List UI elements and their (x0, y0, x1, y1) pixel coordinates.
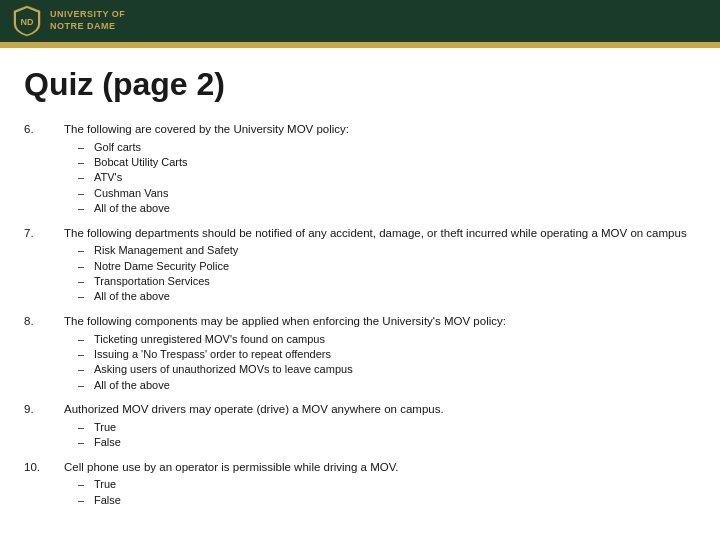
q7-number: 7. (24, 225, 64, 305)
q10-text: Cell phone use by an operator is permiss… (64, 459, 696, 476)
list-item: –Asking users of unauthorized MOVs to le… (78, 362, 696, 377)
q7-options: –Risk Management and Safety –Notre Dame … (64, 243, 696, 305)
q9-content: Authorized MOV drivers may operate (driv… (64, 401, 696, 450)
question-9: 9. Authorized MOV drivers may operate (d… (24, 401, 696, 450)
list-item: –True (78, 420, 696, 435)
q8-number: 8. (24, 313, 64, 393)
list-item: –Transportation Services (78, 274, 696, 289)
q9-options: –True –False (64, 420, 696, 451)
q6-text: The following are covered by the Univers… (64, 121, 696, 138)
q10-content: Cell phone use by an operator is permiss… (64, 459, 696, 508)
list-item: –All of the above (78, 201, 696, 216)
q8-content: The following components may be applied … (64, 313, 696, 393)
quiz-content: 6. The following are covered by the Univ… (0, 113, 720, 524)
list-item: –Golf carts (78, 140, 696, 155)
logo-text: UNIVERSITY OF NOTRE DAME (50, 9, 125, 32)
list-item: –False (78, 493, 696, 508)
q10-options: –True –False (64, 477, 696, 508)
question-10: 10. Cell phone use by an operator is per… (24, 459, 696, 508)
question-7: 7. The following departments should be n… (24, 225, 696, 305)
list-item: –Issuing a 'No Trespass' order to repeat… (78, 347, 696, 362)
question-6: 6. The following are covered by the Univ… (24, 121, 696, 217)
q9-text: Authorized MOV drivers may operate (driv… (64, 401, 696, 418)
list-item: –Risk Management and Safety (78, 243, 696, 258)
question-8: 8. The following components may be appli… (24, 313, 696, 393)
list-item: –All of the above (78, 378, 696, 393)
title-area: Quiz (page 2) (0, 48, 720, 113)
q7-content: The following departments should be noti… (64, 225, 696, 305)
list-item: –All of the above (78, 289, 696, 304)
q10-number: 10. (24, 459, 64, 508)
list-item: –Notre Dame Security Police (78, 259, 696, 274)
header: ND UNIVERSITY OF NOTRE DAME (0, 0, 720, 42)
list-item: –Cushman Vans (78, 186, 696, 201)
logo: ND UNIVERSITY OF NOTRE DAME (12, 4, 125, 38)
q6-options: –Golf carts –Bobcat Utility Carts –ATV's… (64, 140, 696, 217)
list-item: –False (78, 435, 696, 450)
q8-options: –Ticketing unregistered MOV's found on c… (64, 332, 696, 394)
svg-text:ND: ND (21, 17, 34, 27)
nd-shield-icon: ND (12, 4, 42, 38)
list-item: –ATV's (78, 170, 696, 185)
q7-text: The following departments should be noti… (64, 225, 696, 242)
q6-number: 6. (24, 121, 64, 217)
page-title: Quiz (page 2) (24, 66, 696, 103)
list-item: –Bobcat Utility Carts (78, 155, 696, 170)
list-item: –True (78, 477, 696, 492)
q6-content: The following are covered by the Univers… (64, 121, 696, 217)
q9-number: 9. (24, 401, 64, 450)
q8-text: The following components may be applied … (64, 313, 696, 330)
list-item: –Ticketing unregistered MOV's found on c… (78, 332, 696, 347)
